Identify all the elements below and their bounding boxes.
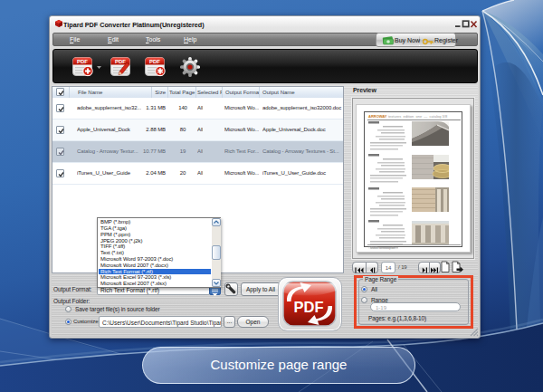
svg-text:PDF: PDF xyxy=(115,59,126,64)
svg-text:PDF: PDF xyxy=(149,59,160,64)
svg-text:PDF: PDF xyxy=(294,299,324,315)
svg-text:PDF: PDF xyxy=(77,59,88,64)
